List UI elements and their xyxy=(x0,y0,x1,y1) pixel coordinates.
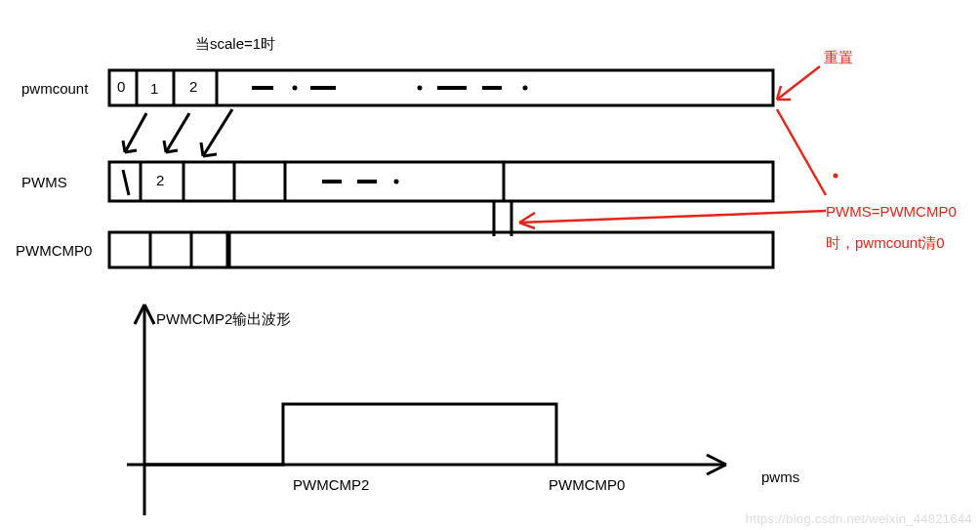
pwmcount-label: pwmcount xyxy=(21,80,88,97)
svg-point-5 xyxy=(293,86,298,91)
pwmcount-cell-2: 2 xyxy=(189,78,197,95)
svg-point-27 xyxy=(834,174,838,179)
pwmcount-row xyxy=(109,70,773,105)
red-annot-arrows xyxy=(519,66,838,228)
watermark: https://blog.csdn.net/weixin_44821644 xyxy=(746,511,972,526)
pwms-row xyxy=(109,162,773,201)
pwmcmp0-label: PWMCMP0 xyxy=(16,242,92,259)
annot-equal-2: 时，pwmcount清0 xyxy=(826,234,945,253)
annot-equal-1: PWMS=PWMCMP0 xyxy=(826,203,957,220)
title-scale: 当scale=1时 xyxy=(195,35,275,54)
svg-rect-11 xyxy=(109,162,773,201)
pwms-cell-1: 2 xyxy=(156,172,164,188)
pwmcmp0-row xyxy=(109,232,773,267)
x-tick-pwmcmp2: PWMCMP2 xyxy=(293,476,369,493)
x-tick-pwmcmp0: PWMCMP0 xyxy=(549,476,625,493)
waveform-title: PWMCMP2输出波形 xyxy=(156,310,291,329)
svg-point-7 xyxy=(418,86,423,91)
pwmcount-cell-0: 0 xyxy=(117,78,125,95)
svg-line-16 xyxy=(123,170,129,195)
x-axis-label: pwms xyxy=(761,469,799,485)
svg-rect-23 xyxy=(109,232,773,267)
pwms-label: PWMS xyxy=(21,174,67,190)
waveform xyxy=(127,305,726,515)
pwmcount-cell-1: 1 xyxy=(150,80,158,97)
svg-point-19 xyxy=(394,180,399,184)
annot-reset: 重置 xyxy=(824,49,853,67)
scale-arrows xyxy=(123,109,232,156)
svg-point-10 xyxy=(523,86,528,91)
diagram-svg xyxy=(0,0,980,530)
